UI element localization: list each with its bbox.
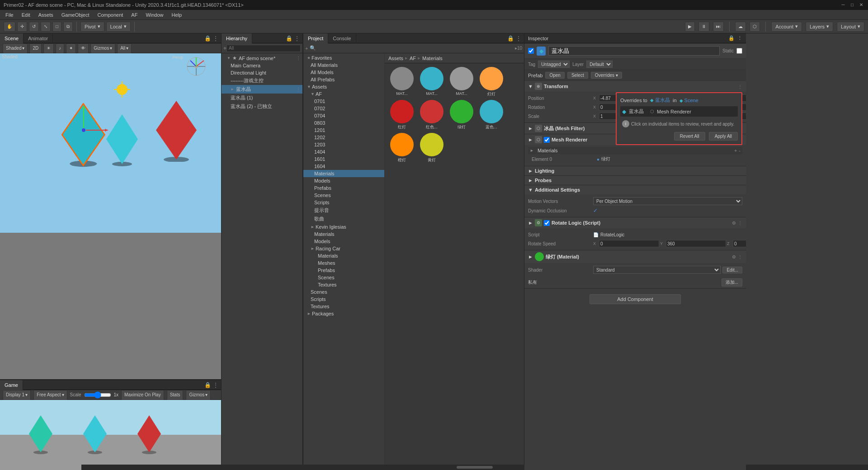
- tree-all-models[interactable]: All Models: [303, 69, 384, 76]
- breadcrumb-af[interactable]: AF: [410, 56, 416, 61]
- tree-0704[interactable]: 0704: [303, 112, 384, 119]
- maximize-btn[interactable]: □: [849, 2, 855, 8]
- project-search-btn[interactable]: 🔍: [310, 45, 316, 51]
- rotate-logic-more[interactable]: ⋮: [738, 221, 742, 226]
- scene-hidden-icon[interactable]: 👁: [78, 43, 89, 53]
- additional-settings-header[interactable]: ▼ Additional Settings: [524, 185, 746, 194]
- lighting-header[interactable]: ► Lighting: [524, 166, 746, 175]
- menu-edit[interactable]: Edit: [18, 11, 34, 19]
- scene-lock-icon[interactable]: 🔒: [204, 35, 211, 42]
- asset-item-8[interactable]: 橙灯: [388, 133, 415, 163]
- hierarchy-scene-root[interactable]: ▼ ★ AF demo scene* ⋮: [222, 54, 302, 62]
- transform-header[interactable]: ▼ ⊕ Transform ⋮: [524, 81, 746, 92]
- aspect-dropdown[interactable]: Free Aspect ▾: [33, 390, 67, 400]
- tree-1201[interactable]: 1201: [303, 127, 384, 134]
- tool-hand[interactable]: ✋: [4, 22, 15, 32]
- tab-game[interactable]: Game: [0, 380, 23, 390]
- menu-help[interactable]: Help: [168, 11, 186, 19]
- menu-af[interactable]: AF: [127, 11, 141, 19]
- pivot-dropdown[interactable]: Pivot ▾: [80, 22, 104, 32]
- hierarchy-crystal-more[interactable]: ⋮: [296, 87, 301, 92]
- materials-remove-btn[interactable]: -: [739, 148, 741, 153]
- hierarchy-add-btn[interactable]: +: [223, 45, 226, 52]
- stats-btn[interactable]: Stats: [167, 390, 184, 400]
- tree-0803[interactable]: 0803: [303, 119, 384, 127]
- layout-dropdown[interactable]: Layout ▾: [837, 22, 864, 32]
- game-more-icon[interactable]: ⋮: [213, 382, 218, 388]
- asset-item-3[interactable]: 灯灯: [478, 67, 505, 97]
- hierarchy-directional-light[interactable]: Directional Light: [222, 69, 302, 76]
- rotate-logic-header[interactable]: ► ⚙ Rotate Logic (Script) ⚙ ⋮: [524, 217, 746, 228]
- tab-hierarchy[interactable]: Hierarchy: [222, 33, 252, 43]
- tree-scenes[interactable]: Scenes: [303, 288, 384, 296]
- override-item[interactable]: ◆ 蓝水晶 ⬡ Mesh Renderer: [620, 106, 738, 117]
- tree-rc-textures[interactable]: Textures: [303, 281, 384, 288]
- tree-assets[interactable]: ▼ Assets: [303, 83, 384, 90]
- tree-af-models[interactable]: Models: [303, 177, 384, 184]
- asset-item-6[interactable]: 绿灯: [448, 100, 475, 130]
- tree-af-scenes[interactable]: Scenes: [303, 192, 384, 199]
- hierarchy-blue-crystal-1[interactable]: 蓝水晶 (1): [222, 94, 302, 102]
- breadcrumb-assets[interactable]: Assets: [388, 56, 403, 61]
- asset-item-7[interactable]: 蓝色...: [478, 100, 505, 130]
- hierarchy-blue-crystal-2[interactable]: 蓝水晶 (2) - 已独立: [222, 102, 302, 111]
- tree-textures[interactable]: Textures: [303, 303, 384, 310]
- tree-1404[interactable]: 1404: [303, 148, 384, 155]
- scene-audio-icon[interactable]: ♪: [56, 43, 64, 53]
- menu-file[interactable]: File: [2, 11, 17, 19]
- tree-racing-car[interactable]: ► Racing Car: [303, 245, 384, 252]
- revert-all-btn[interactable]: Revert All: [674, 132, 705, 141]
- tree-packages[interactable]: ► Packages: [303, 310, 384, 317]
- asset-item-5[interactable]: 红色...: [418, 100, 445, 130]
- tree-af-prefabs[interactable]: Prefabs: [303, 184, 384, 192]
- window-controls[interactable]: ─ □ ✕: [840, 2, 864, 8]
- tab-scene[interactable]: Scene: [0, 33, 24, 43]
- material-settings-icon[interactable]: ⚙: [732, 254, 736, 259]
- game-lock-icon[interactable]: 🔒: [204, 382, 211, 388]
- game-gizmos-dropdown[interactable]: Gizmos ▾: [186, 390, 211, 400]
- tree-all-materials[interactable]: All Materials: [303, 61, 384, 69]
- tree-af-audio2[interactable]: 歌曲: [303, 215, 384, 223]
- tab-console[interactable]: Console: [328, 33, 356, 43]
- tab-project[interactable]: Project: [303, 33, 328, 43]
- material-edit-more[interactable]: ⋮: [738, 254, 742, 259]
- tree-1601[interactable]: 1601: [303, 155, 384, 163]
- transform-more[interactable]: ⋮: [738, 84, 742, 89]
- tag-select[interactable]: Untagged: [538, 61, 570, 68]
- asset-item-2[interactable]: MAT...: [448, 67, 475, 97]
- hierarchy-main-camera[interactable]: Main Camera: [222, 62, 302, 69]
- tree-1202[interactable]: 1202: [303, 134, 384, 141]
- obj-active-checkbox[interactable]: [528, 48, 534, 54]
- tree-all-prefabs[interactable]: All Prefabs: [303, 76, 384, 83]
- hierarchy-more-icon[interactable]: ⋮: [294, 35, 300, 42]
- move-handle-y[interactable]: [82, 105, 85, 128]
- cloud-btn[interactable]: ⬡: [750, 22, 760, 32]
- display-dropdown[interactable]: Display 1 ▾: [3, 390, 31, 400]
- apply-all-btn[interactable]: Apply All: [709, 132, 738, 141]
- rotate-logic-checkbox[interactable]: [544, 220, 550, 226]
- menu-window[interactable]: Window: [142, 11, 167, 19]
- tab-animator[interactable]: Animator: [24, 33, 53, 43]
- hierarchy-blue-crystal[interactable]: ► 蓝水晶 ⋮: [222, 85, 302, 94]
- material-header[interactable]: ► 绿灯 (Material) ⚙ ⋮: [524, 250, 746, 263]
- tree-rc-prefabs[interactable]: Prefabs: [303, 267, 384, 274]
- tree-rc-scenes[interactable]: Scenes: [303, 274, 384, 281]
- asset-item-9[interactable]: 黄灯: [418, 133, 445, 163]
- obj-name-field[interactable]: [548, 46, 720, 56]
- tree-1604[interactable]: 1604: [303, 163, 384, 170]
- center-handle[interactable]: [82, 128, 85, 132]
- rot-speed-y[interactable]: [666, 240, 726, 247]
- shaded-dropdown[interactable]: Shaded ▾: [3, 43, 28, 53]
- static-checkbox[interactable]: [736, 48, 742, 54]
- inspector-tab-label[interactable]: Inspector: [528, 36, 548, 41]
- gizmos-dropdown[interactable]: Gizmos ▾: [90, 43, 115, 53]
- override-link[interactable]: 蓝水晶: [655, 97, 670, 103]
- hierarchy-scene-more[interactable]: ⋮: [296, 56, 301, 61]
- tree-af-scripts[interactable]: Scripts: [303, 199, 384, 206]
- shader-select[interactable]: Standard: [593, 266, 721, 274]
- close-btn[interactable]: ✕: [858, 2, 864, 8]
- tree-af[interactable]: ▼ AF: [303, 90, 384, 98]
- asset-item-1[interactable]: MAT...: [418, 67, 445, 97]
- project-add-btn[interactable]: +: [305, 46, 308, 51]
- layers-dropdown[interactable]: Layers ▾: [806, 22, 833, 32]
